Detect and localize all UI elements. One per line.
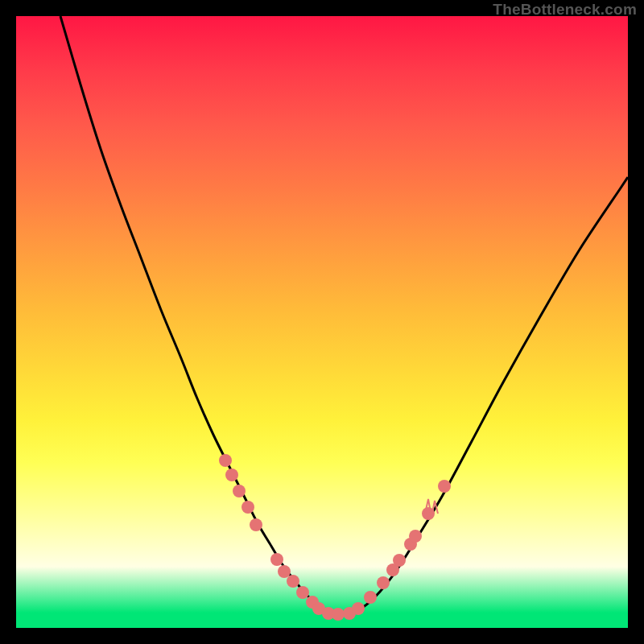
data-point: [233, 485, 246, 497]
data-point: [409, 530, 422, 543]
data-point: [377, 576, 390, 589]
data-point: [225, 469, 238, 481]
plot-area: [16, 16, 628, 628]
data-point: [250, 518, 262, 531]
data-point: [438, 480, 451, 493]
data-point: [332, 608, 345, 621]
chart-frame: TheBottleneck.com: [0, 0, 644, 644]
scatter-points: [219, 454, 451, 621]
bottleneck-curve: [60, 16, 628, 614]
data-point: [296, 586, 309, 599]
data-point: [287, 575, 299, 588]
data-point: [270, 553, 283, 566]
data-point: [393, 554, 406, 567]
data-point: [352, 602, 365, 615]
data-point: [219, 454, 232, 467]
data-point: [278, 565, 291, 578]
data-point: [364, 591, 377, 604]
data-point: [242, 501, 254, 514]
